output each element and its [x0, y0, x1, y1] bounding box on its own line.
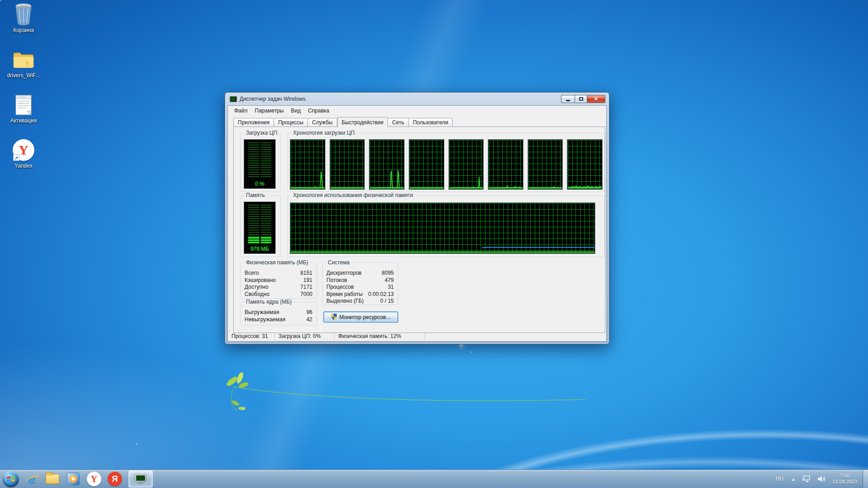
- maximize-icon: [579, 97, 583, 101]
- internet-explorer-icon: e: [28, 472, 36, 486]
- stat-row: Выгружаемая96: [245, 309, 312, 316]
- desktop: Корзина drivers_WiF...: [0, 0, 868, 488]
- system-group-title: Система: [326, 259, 351, 266]
- stat-row: Невыгружаемая42: [245, 316, 312, 324]
- cpu-history-graph-8: [567, 139, 603, 190]
- wallpaper-sparkle: [460, 344, 462, 347]
- window-controls: ✕: [561, 95, 605, 103]
- cpu-history-graph-7: [528, 139, 563, 190]
- network-icon[interactable]: [802, 475, 811, 483]
- volume-icon[interactable]: [817, 475, 826, 483]
- memory-usage-value: 979 МБ: [244, 246, 275, 252]
- desktop-icons: Корзина drivers_WiF...: [3, 3, 44, 183]
- task-manager-window: Диспетчер задач Windows ✕ Файл Параметры…: [225, 92, 609, 344]
- cpu-usage-group: Загрузка ЦП 0 %: [241, 133, 281, 192]
- yandex-app-icon: Я: [108, 472, 122, 486]
- close-button[interactable]: ✕: [587, 95, 605, 103]
- language-indicator[interactable]: RU: [771, 476, 788, 482]
- menu-bar: Файл Параметры Вид Справка: [228, 106, 606, 116]
- stat-row: Свободно7000: [245, 291, 312, 298]
- tab-processes[interactable]: Процессы: [274, 118, 308, 127]
- window-title: Диспетчер задач Windows: [240, 96, 306, 102]
- cpu-history-graph-1: [290, 139, 326, 190]
- resource-monitor-button[interactable]: Монитор ресурсов...: [323, 311, 398, 323]
- memory-usage-gauge: 979 МБ: [244, 202, 276, 254]
- desktop-icon-label: drivers_WiF...: [7, 73, 40, 79]
- text-document-icon: [12, 93, 35, 117]
- tab-users[interactable]: Пользователи: [409, 118, 453, 127]
- taskbar-media-player[interactable]: [64, 470, 82, 488]
- desktop-icon-yandex[interactable]: Y ↗ Yandex: [3, 138, 44, 183]
- stat-row: Потоков479: [326, 277, 394, 284]
- cpu-usage-value: 0 %: [244, 181, 275, 187]
- wallpaper-sparkle: [470, 352, 472, 353]
- desktop-icon-activation[interactable]: Активация: [3, 93, 44, 138]
- folder-icon: [12, 48, 35, 71]
- start-button[interactable]: [2, 470, 20, 488]
- memory-gauge-group-title: Память: [245, 192, 266, 198]
- desktop-icon-recycle-bin[interactable]: Корзина: [3, 3, 44, 48]
- wallpaper-sparkle: [0, 0, 1, 1]
- physical-memory-group: Физическая память (МБ) Всего8151 Кэширов…: [241, 263, 317, 299]
- hidden-icons-arrow[interactable]: ▲: [791, 477, 796, 482]
- minimize-button[interactable]: [561, 95, 575, 103]
- kernel-memory-group-title: Память ядра (МБ): [245, 299, 293, 305]
- menu-help[interactable]: Справка: [304, 106, 333, 115]
- tab-services[interactable]: Службы: [308, 118, 337, 127]
- system-tray: RU ▲ 7:00 23.04.2023: [771, 470, 868, 488]
- menu-file[interactable]: Файл: [231, 106, 251, 115]
- yandex-browser-icon: Y ↗: [12, 138, 35, 162]
- cpu-history-group: Хронология загрузки ЦП: [288, 133, 605, 192]
- show-desktop-button[interactable]: [863, 470, 868, 488]
- task-manager-app-icon: [230, 96, 237, 102]
- recycle-bin-icon: [12, 3, 35, 26]
- taskbar-yandex-browser[interactable]: Y: [85, 470, 103, 488]
- clock-time: 7:00: [832, 473, 857, 479]
- task-manager-icon: [135, 474, 146, 484]
- taskbar-windows-explorer[interactable]: [43, 470, 61, 488]
- memory-history-group: Хронология использования физической памя…: [288, 195, 605, 257]
- uac-shield-icon: [331, 314, 337, 320]
- cpu-history-group-title: Хронология загрузки ЦП: [292, 130, 356, 136]
- stat-row: Дескрипторов8095: [326, 270, 394, 277]
- explorer-folder-icon: [46, 474, 59, 484]
- window-titlebar[interactable]: Диспетчер задач Windows: [225, 93, 609, 105]
- cpu-usage-gauge: 0 %: [244, 139, 276, 189]
- wallpaper-sparkle: [244, 407, 245, 408]
- tab-applications[interactable]: Приложения: [233, 118, 274, 127]
- desktop-icon-drivers-folder[interactable]: drivers_WiF...: [3, 48, 44, 93]
- taskbar: e Y Я RU ▲: [0, 469, 868, 488]
- cpu-history-graph-2: [330, 139, 365, 190]
- memory-history-graph: [290, 202, 595, 254]
- tab-performance[interactable]: Быстродействие: [337, 117, 388, 127]
- tab-strip: Приложения Процессы Службы Быстродействи…: [233, 117, 453, 127]
- tab-network[interactable]: Сеть: [388, 118, 409, 127]
- taskbar-clock[interactable]: 7:00 23.04.2023: [829, 473, 863, 485]
- media-player-icon: [67, 473, 80, 485]
- performance-tab-page: Загрузка ЦП 0 % Хронология загрузки ЦП: [233, 127, 605, 333]
- desktop-icon-label: Активация: [10, 118, 37, 124]
- wallpaper-sprig: [224, 370, 594, 415]
- maximize-button[interactable]: [575, 95, 587, 103]
- shortcut-arrow-icon: ↗: [13, 155, 19, 161]
- kernel-memory-group: Память ядра (МБ) Выгружаемая96 Невыгружа…: [241, 302, 317, 325]
- desktop-icon-label: Yandex: [14, 163, 33, 169]
- taskbar-task-manager-active[interactable]: [128, 470, 153, 488]
- taskbar-yandex-app[interactable]: Я: [106, 470, 124, 488]
- cpu-history-panels: [290, 139, 603, 190]
- status-cpu-load: Загрузка ЦП: 0%: [275, 332, 335, 341]
- cpu-history-graph-6: [488, 139, 524, 190]
- cpu-history-graph-5: [448, 139, 484, 190]
- menu-view[interactable]: Вид: [287, 106, 304, 115]
- physical-memory-group-title: Физическая память (МБ): [245, 259, 310, 266]
- status-physical-memory: Физическая память: 12%: [335, 332, 425, 341]
- taskbar-internet-explorer[interactable]: e: [23, 470, 41, 488]
- yandex-browser-icon: Y: [87, 472, 101, 486]
- memory-gauge-group: Память 979 МБ: [241, 195, 281, 257]
- stat-row: Время работы0:00:02:13: [326, 291, 394, 298]
- menu-options[interactable]: Параметры: [251, 106, 288, 115]
- cpu-history-graph-4: [409, 139, 444, 190]
- status-processes: Процессов: 31: [228, 332, 275, 341]
- stat-row: Процессов31: [326, 284, 394, 291]
- clock-date: 23.04.2023: [832, 479, 857, 485]
